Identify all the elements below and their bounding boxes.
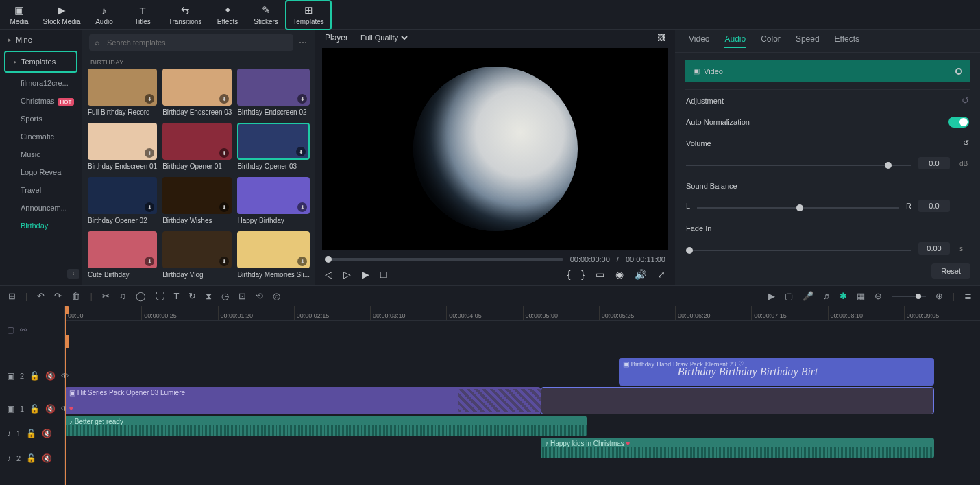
mute-icon[interactable]: 🔇	[45, 371, 56, 381]
prop-tab-audio[interactable]: Audio	[724, 34, 746, 48]
template-thumbnail[interactable]	[237, 123, 310, 160]
tl-mic-icon[interactable]: 🎤	[803, 291, 813, 301]
sidebar-mine[interactable]: Mine	[0, 30, 82, 49]
snapshot-icon[interactable]: 🖼	[657, 33, 665, 43]
tl-mask-icon[interactable]: ◯	[136, 291, 146, 301]
tab-media[interactable]: ▣Media	[0, 0, 38, 30]
fadein-slider[interactable]	[686, 250, 911, 251]
template-card[interactable]: Birthday Memories Sli...	[237, 231, 310, 280]
tl-focus-icon[interactable]: ⊡	[238, 291, 246, 301]
adjustment-reset-icon[interactable]: ↺	[961, 95, 969, 106]
clip-audio2[interactable]: ♪ Happy kids in Christmas ♥	[541, 438, 934, 458]
prop-adjustment-header[interactable]: Adjustment ↺	[685, 89, 970, 111]
template-thumbnail[interactable]	[162, 69, 232, 106]
clip-audio1[interactable]: ♪ Better get ready	[65, 416, 587, 436]
tab-stickers[interactable]: ✎Stickers	[247, 0, 285, 30]
template-card[interactable]: Cute Birthday	[88, 231, 157, 280]
sidebar-cat-birthday[interactable]: Birthday	[0, 217, 82, 235]
sidebar-cat-music[interactable]: Music	[0, 145, 82, 163]
tab-templates[interactable]: ⊞Templates	[285, 0, 332, 30]
tl-zoom-in-icon[interactable]: ⊕	[935, 291, 943, 301]
tl-shield-icon[interactable]: ▢	[785, 291, 793, 301]
template-card[interactable]: Birthday Vlog	[162, 231, 232, 280]
timeline-ruler[interactable]: 00:0000:00:00:2500:00:01:2000:00:02:1500…	[65, 306, 980, 321]
clip-transition[interactable]	[458, 389, 541, 412]
template-thumbnail[interactable]	[237, 69, 310, 106]
track-head-a1[interactable]: ♪1🔓🔇	[0, 421, 64, 446]
clip-video-frames[interactable]	[541, 387, 934, 414]
volume-slider[interactable]	[686, 165, 911, 166]
fullscreen-icon[interactable]: ⤢	[657, 269, 665, 280]
sidebar-cat-travel[interactable]: Travel	[0, 181, 82, 199]
tab-audio[interactable]: ♪Audio	[85, 0, 123, 30]
stop-button[interactable]: □	[380, 269, 386, 280]
tab-transitions[interactable]: ⇆Transitions	[162, 0, 208, 30]
clip-overlay[interactable]: ▣ Birthday Hand Draw Pack Element 23 ♡ B…	[619, 358, 935, 386]
lock-icon[interactable]: 🔓	[29, 404, 40, 414]
tl-mixer-icon[interactable]: ♬	[823, 291, 830, 301]
sidebar-cat-logo-reveal[interactable]: Logo Reveal	[0, 163, 82, 181]
tl-speed-icon[interactable]: ⧗	[206, 291, 212, 302]
tl-redo-icon[interactable]: ↷	[54, 291, 62, 301]
tl-link2-icon[interactable]: ▢	[7, 325, 14, 332]
track-lane-v2[interactable]: ▣ Birthday Hand Draw Pack Element 23 ♡ B…	[65, 358, 980, 386]
tl-magnet-icon[interactable]: ✱	[840, 291, 847, 301]
play-button[interactable]: ▷	[343, 269, 351, 280]
track-head-v1[interactable]: ▣1🔓🔇👁	[0, 397, 64, 421]
tab-titles[interactable]: TTitles	[123, 0, 162, 30]
template-card[interactable]: Birthday Opener 03	[237, 123, 310, 171]
tl-view-icon[interactable]: ≣	[964, 291, 972, 301]
tl-layout-icon[interactable]: ⊞	[8, 291, 16, 301]
tab-stock-media[interactable]: ▶Stock Media	[38, 0, 85, 30]
template-thumbnail[interactable]	[162, 231, 232, 268]
tl-link-icon[interactable]: ⟲	[256, 291, 263, 301]
tl-delete-icon[interactable]: 🗑	[71, 291, 80, 301]
tl-text-icon[interactable]: T	[174, 291, 180, 301]
tl-snap-icon[interactable]: ▦	[857, 291, 865, 301]
template-thumbnail[interactable]	[88, 177, 157, 214]
prop-tab-color[interactable]: Color	[761, 34, 781, 48]
prop-clip-tag[interactable]: ▣ Video	[685, 60, 970, 82]
sidebar-cat-filmora12[interactable]: filmora12cre...	[0, 74, 82, 92]
tl-crop-icon[interactable]: ⛶	[156, 291, 164, 301]
tl-split-icon[interactable]: ✂	[102, 291, 110, 301]
prop-tab-effects[interactable]: Effects	[835, 34, 859, 48]
prev-frame-button[interactable]: ◁	[325, 269, 332, 280]
template-card[interactable]: Birthday Opener 02	[88, 177, 157, 226]
template-card[interactable]: Birthday Wishes	[162, 177, 232, 226]
template-thumbnail[interactable]	[162, 123, 232, 160]
tl-mark-icon[interactable]: ◎	[273, 291, 280, 301]
template-card[interactable]: Full Birthday Record	[88, 69, 157, 117]
clip-radio[interactable]	[955, 68, 962, 75]
library-more[interactable]: ⋯	[299, 38, 308, 47]
tab-effects[interactable]: ✦Effects	[208, 0, 247, 30]
template-card[interactable]: Birthday Opener 01	[162, 123, 232, 171]
mark-out-button[interactable]: }	[581, 269, 585, 280]
mute-icon[interactable]: 🔇	[45, 404, 56, 414]
tl-chain-icon[interactable]: ⚯	[20, 325, 27, 332]
balance-slider[interactable]	[697, 207, 899, 209]
reset-button[interactable]: Reset	[931, 263, 970, 279]
next-frame-button[interactable]: ▶	[362, 269, 369, 280]
prop-tab-speed[interactable]: Speed	[796, 34, 820, 48]
balance-value[interactable]: 0.0	[918, 200, 950, 212]
autonorm-toggle[interactable]	[948, 117, 969, 128]
sidebar-cat-cinematic[interactable]: Cinematic	[0, 128, 82, 145]
tl-rotate-icon[interactable]: ↻	[188, 291, 196, 301]
template-thumbnail[interactable]	[88, 123, 157, 160]
tl-zoom-out-icon[interactable]: ⊖	[874, 291, 882, 301]
mark-in-button[interactable]: {	[567, 269, 571, 280]
mute-icon[interactable]: 🔇	[42, 429, 52, 438]
template-card[interactable]: Happy Birthday	[237, 177, 310, 226]
template-thumbnail[interactable]	[88, 69, 157, 106]
lock-icon[interactable]: 🔓	[29, 371, 40, 381]
sidebar-cat-announcement[interactable]: Announcem...	[0, 199, 82, 217]
tl-undo-icon[interactable]: ↶	[37, 291, 45, 301]
tl-music-icon[interactable]: ♫	[119, 291, 126, 301]
lock-icon[interactable]: 🔓	[26, 429, 36, 438]
timeline-body[interactable]: 00:0000:00:00:2500:00:01:2000:00:02:1500…	[65, 306, 980, 485]
template-card[interactable]: Birthday Endscreen 02	[237, 69, 310, 117]
track-head-a2[interactable]: ♪2🔓🔇	[0, 446, 64, 471]
template-thumbnail[interactable]	[162, 177, 232, 214]
lock-icon[interactable]: 🔓	[26, 453, 36, 463]
